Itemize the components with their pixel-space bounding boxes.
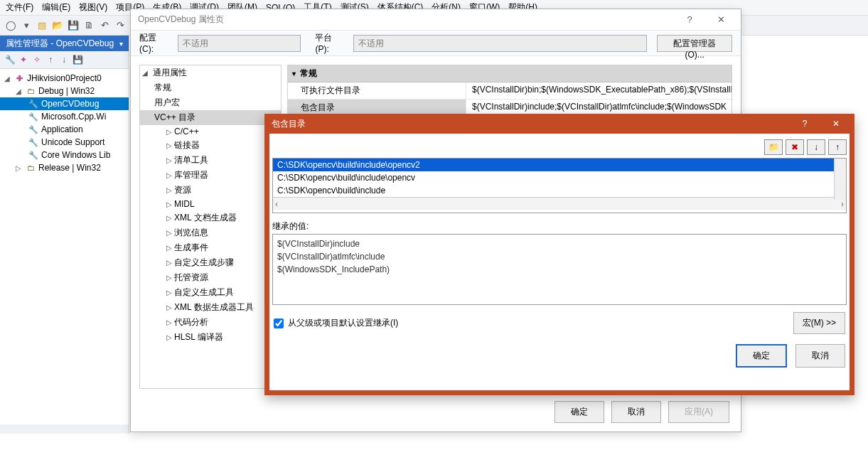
cat-vcdirs[interactable]: VC++ 目录: [140, 110, 281, 125]
list-item[interactable]: C:\SDK\opencv\build\include\opencv: [273, 171, 846, 184]
panel-title-label: 属性管理器 - OpenCVDebug: [6, 38, 114, 50]
panel-toolbar: 🔧 ✦ ✧ ↑ ↓ 💾: [0, 51, 129, 69]
help-icon[interactable]: ?: [674, 10, 705, 30]
tree-project[interactable]: ◢✚JHikvision0Project0: [0, 72, 129, 85]
wrench-icon[interactable]: 🔧: [4, 54, 16, 65]
horizontal-scrollbar[interactable]: ‹›: [273, 197, 846, 210]
include-list[interactable]: C:\SDK\opencv\build\include\opencv2 C:\S…: [272, 158, 847, 213]
cat-xmlgen[interactable]: ▷XML 数据生成器工具: [140, 300, 281, 315]
cat-browse[interactable]: ▷浏览信息: [140, 225, 281, 240]
up-icon[interactable]: ↑: [45, 54, 56, 65]
tree-config-debug[interactable]: ◢🗀Debug | Win32: [0, 85, 129, 97]
cat-usermacros[interactable]: 用户宏: [140, 95, 281, 110]
open-icon[interactable]: 📂: [51, 19, 64, 32]
cat-customtool[interactable]: ▷自定义生成工具: [140, 285, 281, 300]
config-manager-button[interactable]: 配置管理器(O)...: [657, 35, 732, 52]
dialog-titlebar[interactable]: OpenCVDebug 属性页 ? ✕: [131, 9, 741, 31]
wrench-icon: 🔧: [28, 112, 38, 122]
tree-unicode[interactable]: 🔧Unicode Support: [0, 136, 129, 149]
menu-file[interactable]: 文件(F): [3, 0, 36, 15]
cat-librarian[interactable]: ▷库管理器: [140, 168, 281, 183]
project-icon: ✚: [14, 74, 24, 83]
add-sheet-icon[interactable]: ✦: [18, 54, 29, 65]
inherited-values-box: $(VCInstallDir)include $(VCInstallDir)at…: [272, 234, 847, 305]
scroll-right-icon[interactable]: ›: [841, 199, 844, 209]
new-line-icon[interactable]: 📁: [764, 139, 783, 155]
undo-icon[interactable]: ↶: [98, 19, 111, 32]
cat-cpp[interactable]: ▷C/C++: [140, 125, 281, 138]
platform-select[interactable]: 不适用: [353, 35, 647, 52]
save-all-icon[interactable]: 🗎: [82, 19, 95, 32]
menu-view[interactable]: 视图(V): [76, 0, 110, 15]
scroll-left-icon[interactable]: ‹: [275, 199, 278, 209]
list-item[interactable]: C:\SDK\opencv\build\include\opencv2: [273, 159, 846, 171]
tree-label: JHikvision0Project0: [27, 73, 102, 83]
cat-manifest[interactable]: ▷清单工具: [140, 153, 281, 168]
vertical-scrollbar[interactable]: [834, 159, 846, 200]
cat-midl[interactable]: ▷MIDL: [140, 198, 281, 210]
grid-group-header[interactable]: ▾常规: [288, 65, 732, 82]
cat-common[interactable]: ◢通用属性: [140, 65, 281, 80]
save-icon[interactable]: 💾: [67, 19, 80, 32]
move-up-icon[interactable]: ↑: [828, 139, 847, 155]
close-icon[interactable]: ✕: [820, 115, 852, 132]
cat-codeanalysis[interactable]: ▷代码分析: [140, 315, 281, 330]
cat-general[interactable]: 常规: [140, 80, 281, 95]
save-sheet-icon[interactable]: 💾: [72, 54, 83, 65]
grid-value[interactable]: $(VCInstallDir)bin;$(WindowsSDK_Executab…: [466, 82, 732, 99]
macros-button[interactable]: 宏(M) >>: [793, 312, 845, 334]
cat-buildevents[interactable]: ▷生成事件: [140, 240, 281, 255]
tree-label: Core Windows Lib: [41, 150, 110, 160]
ok-button[interactable]: 确定: [736, 344, 787, 368]
tree-core-win[interactable]: 🔧Core Windows Lib: [0, 149, 129, 161]
apply-button[interactable]: 应用(A): [668, 401, 729, 423]
include-dialog-titlebar[interactable]: 包含目录 ? ✕: [264, 114, 854, 134]
tree-label: Debug | Win32: [38, 86, 95, 96]
config-label: 配置(C):: [139, 32, 169, 54]
wrench-icon: 🔧: [28, 138, 38, 147]
inherited-item: $(VCInstallDir)atlmfc\include: [277, 250, 842, 263]
config-bar: 配置(C): 不适用 平台(P): 不适用 配置管理器(O)...: [131, 31, 741, 56]
new-project-icon[interactable]: ▧: [36, 19, 48, 32]
down-icon[interactable]: ↓: [58, 54, 70, 65]
property-manager-title: 属性管理器 - OpenCVDebug ▾: [0, 36, 129, 51]
ok-button[interactable]: 确定: [554, 401, 604, 423]
grid-row-exec[interactable]: 可执行文件目录$(VCInstallDir)bin;$(WindowsSDK_E…: [288, 82, 732, 100]
platform-label: 平台(P):: [315, 32, 345, 54]
tree-config-release[interactable]: ▷🗀Release | Win32: [0, 161, 129, 174]
grid-key: 可执行文件目录: [288, 82, 466, 99]
close-icon[interactable]: ✕: [705, 10, 736, 30]
cancel-button[interactable]: 取消: [795, 344, 845, 368]
tree-opencvdebug[interactable]: 🔧OpenCVDebug: [0, 97, 129, 110]
tree-application[interactable]: 🔧Application: [0, 123, 129, 136]
cat-managed[interactable]: ▷托管资源: [140, 270, 281, 285]
category-tree[interactable]: ◢通用属性 常规 用户宏 VC++ 目录 ▷C/C++ ▷链接器 ▷清单工具 ▷…: [139, 65, 282, 389]
move-down-icon[interactable]: ↓: [807, 139, 825, 155]
inherited-item: $(WindowsSDK_IncludePath): [277, 263, 842, 276]
cat-resources[interactable]: ▷资源: [140, 183, 281, 198]
folder-icon: 🗀: [26, 164, 36, 172]
wrench-icon: 🔧: [28, 151, 38, 160]
redo-icon[interactable]: ↷: [114, 19, 127, 32]
list-item[interactable]: C:\SDK\opencv\build\include: [273, 184, 846, 197]
config-select[interactable]: 不适用: [178, 35, 301, 52]
cat-xmldoc[interactable]: ▷XML 文档生成器: [140, 210, 281, 225]
tree-label: OpenCVDebug: [41, 99, 99, 109]
delete-icon[interactable]: ✖: [786, 139, 804, 155]
dialog-title-label: OpenCVDebug 属性页: [138, 14, 224, 26]
help-icon[interactable]: ?: [789, 115, 820, 132]
cat-linker[interactable]: ▷链接器: [140, 138, 281, 153]
inherit-checkbox-row[interactable]: 从父级或项目默认设置继承(I): [274, 317, 398, 329]
nav-fwd-icon[interactable]: ▾: [20, 19, 33, 32]
nav-back-icon[interactable]: ◯: [4, 19, 17, 32]
panel-dropdown-icon[interactable]: ▾: [119, 40, 123, 48]
menu-edit[interactable]: 编辑(E): [39, 0, 73, 15]
inherit-checkbox[interactable]: [274, 318, 284, 328]
chevron-down-icon: ▾: [292, 70, 296, 77]
tree-mscpp[interactable]: 🔧Microsoft.Cpp.Wi: [0, 110, 129, 123]
add-existing-icon[interactable]: ✧: [31, 54, 43, 65]
cancel-button[interactable]: 取消: [611, 401, 661, 423]
folder-icon: 🗀: [26, 87, 36, 95]
cat-custombuild[interactable]: ▷自定义生成步骤: [140, 255, 281, 270]
cat-hlsl[interactable]: ▷HLSL 编译器: [140, 330, 281, 345]
